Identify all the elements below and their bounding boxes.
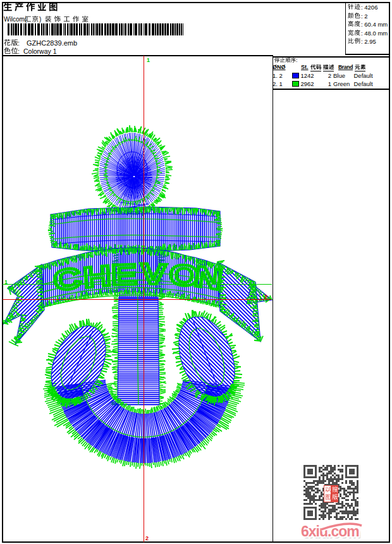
svg-text:E: E [111, 257, 137, 291]
svg-text:H: H [82, 259, 113, 294]
svg-text:N: N [192, 259, 224, 295]
svg-text:C: C [51, 261, 83, 297]
